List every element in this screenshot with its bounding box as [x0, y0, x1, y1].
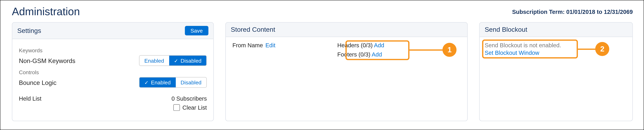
headers-label: Headers (0/3) — [337, 42, 372, 48]
callout-connector-2 — [578, 49, 596, 50]
nongsm-enabled-button[interactable]: Enabled — [139, 56, 169, 66]
from-name-edit-link[interactable]: Edit — [266, 42, 276, 48]
held-list-label: Held List — [19, 95, 41, 102]
held-list-value: 0 Subscribers — [172, 95, 207, 102]
from-name-label: From Name — [232, 42, 263, 48]
footers-add-link[interactable]: Add — [372, 51, 382, 58]
send-blockout-panel: Send Blockout Send Blockout is not enabl… — [479, 22, 633, 121]
settings-panel-title: Settings — [17, 27, 41, 34]
bounce-enabled-button[interactable]: Enabled — [139, 78, 176, 87]
set-blockout-window-link[interactable]: Set Blockout Window — [484, 49, 539, 56]
blockout-status-text: Send Blockout is not enabled. — [484, 42, 627, 48]
nongsm-disabled-button[interactable]: Disabled — [169, 56, 206, 66]
save-button[interactable]: Save — [185, 26, 208, 35]
keywords-section-label: Keywords — [19, 47, 207, 53]
controls-section-label: Controls — [19, 69, 207, 75]
subscription-term: Subscription Term: 01/01/2018 to 12/31/2… — [512, 8, 633, 15]
check-icon — [174, 57, 178, 64]
headers-add-link[interactable]: Add — [374, 42, 384, 48]
settings-panel: Settings Save Keywords Non-GSM Keywords … — [12, 22, 214, 121]
nongsm-toggle: Enabled Disabled — [139, 55, 207, 66]
bounce-logic-label: Bounce Logic — [19, 79, 56, 86]
page-title: Administration — [12, 5, 80, 18]
bounce-disabled-button[interactable]: Disabled — [176, 78, 206, 87]
check-icon — [144, 79, 148, 86]
clear-list-label: Clear List — [182, 104, 207, 111]
nongsm-disabled-label: Disabled — [181, 57, 202, 64]
bounce-toggle: Enabled Disabled — [139, 77, 207, 88]
stored-content-title: Stored Content — [231, 26, 275, 33]
stored-content-panel: Stored Content From Name Edit Headers (0… — [226, 22, 468, 121]
clear-list-checkbox[interactable] — [173, 104, 180, 111]
footers-label: Footers (0/3) — [337, 51, 370, 58]
send-blockout-title: Send Blockout — [484, 26, 527, 33]
bounce-enabled-label: Enabled — [151, 79, 171, 86]
nongsm-keywords-label: Non-GSM Keywords — [19, 57, 75, 64]
